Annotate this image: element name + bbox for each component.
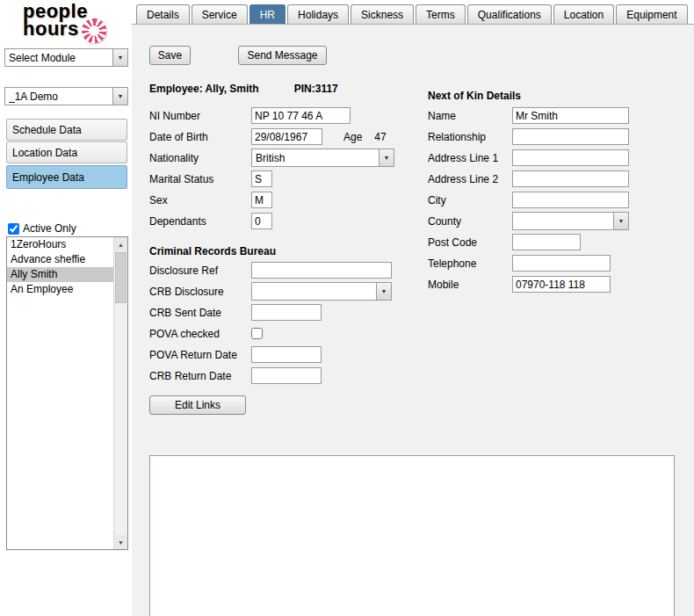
list-item[interactable]: 1ZeroHours [7,237,113,252]
sidebar-item-schedule-data-label: Schedule Data [12,124,82,136]
marital-status-input[interactable] [251,170,272,187]
sidebar-item-schedule-data[interactable]: Schedule Data [6,119,127,141]
list-item[interactable]: Advance sheffie [7,252,113,267]
marital-status-label: Marital Status [149,173,251,185]
tab-bar: Details Service HR Holidays Sickness Ter… [132,0,694,24]
nok-address2-label: Address Line 2 [428,173,512,185]
logo-spinner-icon [82,18,106,43]
tab-qualifications[interactable]: Qualifications [467,4,552,24]
sidebar-item-location-data-label: Location Data [12,147,77,159]
tab-holidays[interactable]: Holidays [287,4,349,24]
nok-city-label: City [428,194,512,207]
tab-details[interactable]: Details [136,4,190,24]
tab-equipment[interactable]: Equipment [616,4,687,24]
nok-county-label: County [428,215,512,228]
ni-number-input[interactable] [251,107,351,124]
scroll-up-icon[interactable]: ▲ [114,237,127,251]
nok-address1-label: Address Line 1 [428,152,512,164]
chevron-down-icon: ▼ [376,283,391,300]
main-area: Details Service HR Holidays Sickness Ter… [132,0,694,616]
tab-terms[interactable]: Terms [416,4,466,24]
tab-location[interactable]: Location [553,4,614,24]
nationality-select[interactable]: British ▼ [251,149,394,167]
nok-address2-input[interactable] [512,170,629,187]
sidebar-item-employee-data-label: Employee Data [12,171,84,184]
nok-relationship-label: Relationship [428,131,512,143]
sidebar-item-employee-data[interactable]: Employee Data [6,165,127,189]
crb-section-heading: Criminal Records Bureau [149,245,276,257]
nok-county-select[interactable]: ▼ [512,212,629,230]
pova-checked-checkbox[interactable] [251,328,263,339]
scroll-down-icon[interactable]: ▼ [114,535,127,549]
sidebar: people hours Select Module ▼ _1A Demo ▼ … [0,0,132,616]
notes-area[interactable] [149,455,675,616]
sex-label: Sex [149,194,251,207]
age-label: Age [343,131,362,143]
age-value: 47 [374,131,386,143]
ni-number-label: NI Number [149,110,251,122]
nok-post-code-label: Post Code [428,236,512,249]
company-select[interactable]: _1A Demo ▼ [4,87,128,105]
crb-sent-date-input[interactable] [251,304,322,321]
tab-hr[interactable]: HR [249,4,286,24]
edit-links-button[interactable]: Edit Links [149,395,246,415]
chevron-down-icon: ▼ [379,149,394,166]
pova-return-date-input[interactable] [251,346,322,363]
next-of-kin-heading: Next of Kin Details [428,90,521,102]
employee-listbox[interactable]: 1ZeroHours Advance sheffie Ally Smith An… [6,236,128,550]
pova-return-date-label: POVA Return Date [149,349,251,361]
chevron-down-icon: ▼ [112,49,127,66]
chevron-down-icon: ▼ [613,213,628,229]
crb-return-date-input[interactable] [251,367,322,384]
save-button[interactable]: Save [149,46,191,65]
nok-name-label: Name [428,110,512,122]
app-logo: people hours [23,3,88,38]
nok-telephone-input[interactable] [512,255,611,272]
nok-address1-input[interactable] [512,149,629,166]
dob-input[interactable] [251,128,322,145]
hr-tab-content: Save Send Message Employee: Ally, Smith … [132,24,694,616]
nok-telephone-label: Telephone [428,257,512,270]
logo-word-hours: hours [23,20,88,38]
nok-mobile-input[interactable] [512,276,611,293]
crb-disclosure-select[interactable]: ▼ [251,282,392,301]
chevron-down-icon: ▼ [112,88,127,105]
active-only-checkbox[interactable] [8,223,19,235]
dependants-label: Dependants [149,215,251,228]
crb-return-date-label: CRB Return Date [149,370,251,382]
company-select-value: _1A Demo [9,91,111,103]
module-select[interactable]: Select Module ▼ [4,48,128,67]
listbox-scrollbar[interactable]: ▲ ▼ [113,237,127,549]
disclosure-ref-label: Disclosure Ref [149,265,251,277]
nok-name-input[interactable] [512,107,629,124]
employee-list: 1ZeroHours Advance sheffie Ally Smith An… [7,237,113,549]
tab-sickness[interactable]: Sickness [351,4,414,24]
employee-name-header: Employee: Ally, Smith [149,83,259,95]
nok-mobile-label: Mobile [428,279,512,291]
disclosure-ref-input[interactable] [251,262,392,279]
sex-input[interactable] [251,192,272,208]
dependants-input[interactable] [251,213,272,229]
active-only-label: Active Only [23,222,76,235]
module-select-value: Select Module [9,52,111,64]
dob-label: Date of Birth [149,131,251,143]
nationality-select-value: British [256,152,377,164]
crb-sent-date-label: CRB Sent Date [149,307,251,319]
list-item-selected[interactable]: Ally Smith [7,267,113,282]
send-message-button[interactable]: Send Message [238,46,327,65]
nationality-label: Nationality [149,152,251,164]
scrollbar-thumb[interactable] [115,252,127,303]
employee-pin: PIN:3117 [294,83,338,95]
pova-checked-label: POVA checked [149,328,251,340]
nok-city-input[interactable] [512,192,629,208]
tab-service[interactable]: Service [192,4,248,24]
nok-post-code-input[interactable] [512,234,581,250]
sidebar-item-location-data[interactable]: Location Data [6,141,127,163]
nok-relationship-input[interactable] [512,128,629,145]
crb-disclosure-label: CRB Disclosure [149,286,251,298]
list-item[interactable]: An Employee [7,282,113,297]
